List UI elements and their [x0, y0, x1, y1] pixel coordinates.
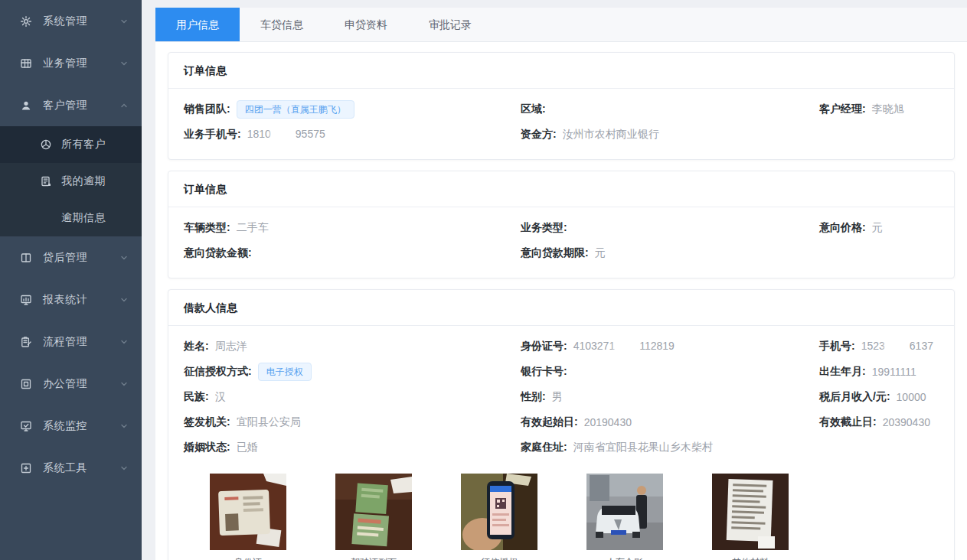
field-value: 汉 — [215, 390, 226, 404]
photo-person-car[interactable]: 人车合影 — [586, 474, 663, 560]
field-label: 业务类型: — [521, 221, 567, 235]
business-phone-field: 业务手机号: 181095575 — [184, 128, 521, 142]
sales-team-tag[interactable]: 四团一营（直属王鹏飞） — [237, 100, 354, 119]
field-value: 10000 — [897, 391, 926, 403]
field-label: 有效截止日: — [819, 415, 877, 429]
chevron-down-icon — [120, 336, 128, 348]
customer-submenu: 所有客户 我的逾期 逾期信息 — [0, 126, 142, 236]
sidebar-item-postloan-mgmt[interactable]: 贷后管理 — [0, 236, 142, 278]
business-type-field: 业务类型: — [521, 221, 819, 235]
field-value: 19911111 — [872, 366, 916, 378]
sidebar: 系统管理 业务管理 客户管理 — [0, 0, 142, 560]
grid-icon — [20, 57, 32, 70]
chevron-down-icon — [120, 252, 128, 264]
sidebar-item-label: 客户管理 — [43, 99, 120, 112]
field-value: 181095575 — [247, 128, 325, 141]
photo-id-card[interactable]: 身份证 — [210, 474, 286, 560]
id-number-field: 身份证号: 4103271112819 — [521, 340, 819, 353]
chart-monitor-icon — [20, 294, 32, 306]
sidebar-item-label: 贷后管理 — [43, 251, 120, 265]
field-label: 有效起始日: — [521, 415, 578, 429]
sidebar-item-label: 报表统计 — [43, 293, 120, 307]
field-value: 二手车 — [237, 221, 269, 235]
chevron-down-icon — [120, 294, 128, 306]
field-label: 银行卡号: — [521, 365, 567, 379]
chevron-up-icon — [120, 99, 128, 112]
card-title: 订单信息 — [168, 171, 954, 207]
borrower-info-card: 借款人信息 姓名: 周志洋 身份证号: 4103271112819 手机号: — [168, 289, 955, 560]
photo-label: 人车合影 — [586, 556, 663, 560]
sidebar-item-my-overdue[interactable]: 我的逾期 — [0, 163, 142, 200]
sidebar-item-business-mgmt[interactable]: 业务管理 — [0, 42, 142, 84]
field-value: 汝州市农村商业银行 — [563, 128, 659, 142]
sidebar-item-system-tools[interactable]: 系统工具 — [0, 447, 142, 489]
field-label: 意向贷款金额: — [184, 246, 252, 260]
sidebar-item-label: 业务管理 — [43, 57, 120, 70]
notebook-icon — [40, 175, 52, 187]
credit-auth-tag[interactable]: 电子授权 — [258, 363, 312, 381]
sidebar-item-report-stats[interactable]: 报表统计 — [0, 278, 142, 321]
sidebar-item-label: 所有客户 — [61, 138, 128, 151]
chevron-down-icon — [120, 378, 128, 390]
tab-user-info[interactable]: 用户信息 — [155, 8, 240, 41]
sidebar-item-label: 系统监控 — [43, 419, 120, 433]
marital-status-field: 婚姻状态: 已婚 — [184, 441, 521, 454]
field-value: 4103271112819 — [573, 340, 675, 353]
nested-square-icon — [20, 378, 32, 390]
field-value: 15236137 — [861, 340, 933, 353]
birth-field: 出生年月: 19911111 — [819, 365, 939, 379]
sidebar-item-system-mgmt[interactable]: 系统管理 — [0, 0, 142, 42]
photo-handwritten-doc[interactable]: 其他材料 — [712, 474, 789, 560]
monitor-check-icon — [20, 420, 32, 432]
app-root: 系统管理 业务管理 客户管理 — [0, 0, 967, 560]
card-title: 借款人信息 — [168, 290, 954, 326]
box-plus-icon — [20, 462, 32, 474]
field-label: 签发机关: — [184, 415, 230, 429]
sidebar-item-overdue-info[interactable]: 逾期信息 — [0, 200, 142, 236]
region-field: 区域: — [521, 103, 819, 116]
home-address-field: 家庭住址: 河南省宜阳县花果山乡木柴村 — [521, 441, 819, 454]
sidebar-item-office-mgmt[interactable]: 办公管理 — [0, 363, 142, 405]
detail-tabbar: 用户信息 车贷信息 申贷资料 审批记录 — [155, 8, 967, 42]
sidebar-item-customer-mgmt[interactable]: 客户管理 — [0, 84, 142, 126]
sidebar-item-label: 系统管理 — [43, 15, 120, 28]
field-label: 性别: — [521, 390, 546, 404]
sidebar-item-label: 办公管理 — [43, 377, 120, 391]
main-panel: 用户信息 车贷信息 申贷资料 审批记录 订单信息 销售团队: 四团一营（直属王鹏… — [155, 8, 967, 560]
field-label: 车辆类型: — [184, 221, 230, 235]
intent-price-field: 意向价格: 元 — [819, 221, 939, 235]
field-label: 资金方: — [521, 128, 557, 142]
gear-icon — [20, 15, 32, 28]
photo-phone-qr[interactable]: 征信授权 — [461, 474, 537, 560]
field-label: 家庭住址: — [521, 441, 567, 454]
tab-loan-application-docs[interactable]: 申贷资料 — [324, 8, 408, 41]
valid-to-field: 有效截止日: 20390430 — [819, 415, 939, 429]
field-value: 男 — [552, 390, 563, 404]
field-label: 出生年月: — [819, 365, 866, 379]
redaction-blur — [886, 341, 909, 353]
field-value: 已婚 — [237, 441, 258, 454]
wheel-icon — [40, 138, 52, 151]
ethnicity-field: 民族: 汉 — [184, 390, 521, 404]
sidebar-item-system-monitor[interactable]: 系统监控 — [0, 405, 142, 447]
chevron-down-icon — [120, 462, 128, 474]
field-label: 业务手机号: — [184, 128, 241, 142]
redaction-blur — [616, 341, 639, 353]
field-label: 民族: — [184, 390, 209, 404]
card-title: 订单信息 — [168, 53, 954, 89]
field-label: 手机号: — [819, 340, 855, 353]
sidebar-item-all-customers[interactable]: 所有客户 — [0, 126, 142, 163]
field-value: 20190430 — [584, 416, 632, 428]
tab-car-loan-info[interactable]: 车贷信息 — [240, 8, 324, 41]
chevron-down-icon — [120, 15, 128, 28]
intent-loan-amount-field: 意向贷款金额: — [184, 246, 521, 260]
photo-green-booklet[interactable]: 驾驶证副页 — [335, 474, 412, 560]
open-book-icon — [20, 252, 32, 264]
sidebar-item-label: 我的逾期 — [61, 174, 128, 188]
clipboard-icon — [20, 336, 32, 348]
funder-field: 资金方: 汝州市农村商业银行 — [521, 128, 819, 142]
field-label: 意向价格: — [819, 221, 866, 235]
tab-approval-records[interactable]: 审批记录 — [408, 8, 492, 41]
chevron-down-icon — [120, 57, 128, 70]
sidebar-item-process-mgmt[interactable]: 流程管理 — [0, 321, 142, 363]
